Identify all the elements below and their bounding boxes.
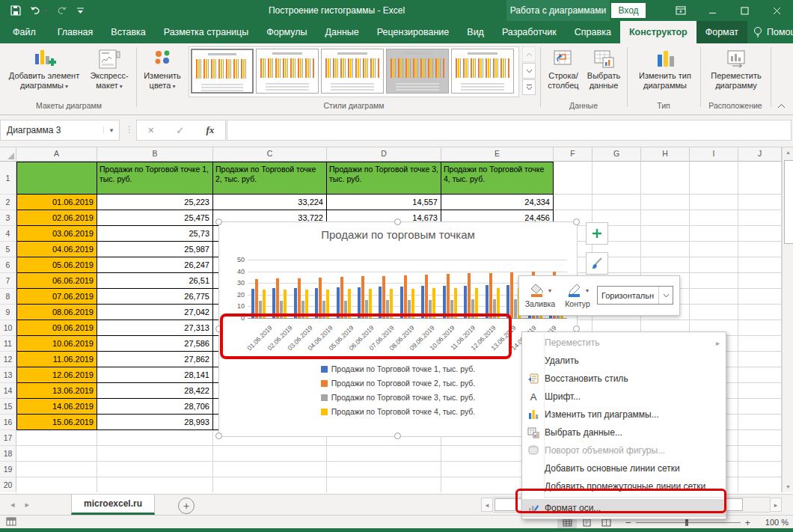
cell-B3[interactable]: 25,475 xyxy=(97,210,213,226)
cell-J19[interactable] xyxy=(738,462,782,477)
column-header-H[interactable]: H xyxy=(641,147,690,162)
bar-series2[interactable] xyxy=(298,278,301,318)
zoom-level[interactable]: 100 % xyxy=(765,516,789,528)
cell-B6[interactable]: 26,247 xyxy=(97,257,213,273)
chart-elements-button[interactable] xyxy=(586,222,608,245)
cell-A3[interactable]: 02.06.2019 xyxy=(16,210,97,226)
cell-I7[interactable] xyxy=(690,273,738,289)
select-all-corner[interactable] xyxy=(0,147,16,162)
cell-I3[interactable] xyxy=(690,210,738,226)
menu-item-delete[interactable]: Удалить xyxy=(522,352,726,370)
cell-I8[interactable] xyxy=(690,289,738,305)
cell-A17[interactable] xyxy=(16,430,97,446)
scroll-down-icon[interactable]: ▾ xyxy=(783,481,793,492)
row-header-9[interactable]: 9 xyxy=(0,305,16,320)
tab-insert[interactable]: Вставка xyxy=(102,21,154,43)
row-header-7[interactable]: 7 xyxy=(0,273,16,289)
cell-H3[interactable] xyxy=(641,210,690,226)
customize-qat-icon[interactable] xyxy=(76,7,85,15)
cell-H5[interactable] xyxy=(641,242,690,257)
cell-B2[interactable]: 25,223 xyxy=(97,195,213,210)
tab-data[interactable]: Данные xyxy=(316,21,368,43)
undo-button[interactable]: ▾ xyxy=(30,6,47,16)
cell-H4[interactable] xyxy=(641,226,690,242)
cell-J20[interactable] xyxy=(738,477,782,492)
add-chart-element-button[interactable]: Добавить элемент диаграммы▾ xyxy=(4,46,84,91)
outline-color-button[interactable]: ▾ Контур xyxy=(560,278,595,313)
cell-H2[interactable] xyxy=(641,195,690,210)
tab-view[interactable]: Вид xyxy=(458,21,493,43)
row-header-11[interactable]: 11 xyxy=(0,336,16,352)
cell-C19[interactable] xyxy=(213,462,327,477)
cell-A8[interactable]: 07.06.2019 xyxy=(16,289,97,305)
cell-A5[interactable]: 04.06.2019 xyxy=(16,242,97,257)
scroll-left-icon[interactable]: ◂ xyxy=(481,498,493,512)
cell-I5[interactable] xyxy=(690,242,738,257)
chart-style-thumbnail[interactable] xyxy=(321,49,384,94)
cell-C20[interactable] xyxy=(213,477,327,492)
bar-series3[interactable] xyxy=(514,299,517,318)
insert-function-icon[interactable]: fx xyxy=(206,124,214,136)
cell-B16[interactable]: 28,993 xyxy=(97,415,213,430)
gallery-more-icon[interactable] xyxy=(522,79,536,95)
cell-A1[interactable] xyxy=(16,162,97,195)
cell-A12[interactable]: 11.06.2019 xyxy=(16,352,97,367)
tab-formulas[interactable]: Формулы xyxy=(257,21,316,43)
column-header-E[interactable]: E xyxy=(441,147,554,162)
selection-handle[interactable] xyxy=(215,218,222,225)
cell-A9[interactable]: 08.06.2019 xyxy=(16,305,97,320)
row-header-20[interactable]: 20 xyxy=(0,477,16,492)
cell-H6[interactable] xyxy=(641,257,690,273)
cell-B17[interactable] xyxy=(97,430,213,446)
cell-J18[interactable] xyxy=(738,446,782,462)
legend-item[interactable]: Продажи по Торговой точке 1, тыс. руб. xyxy=(321,364,475,373)
cell-J8[interactable] xyxy=(738,289,782,305)
cell-B9[interactable]: 27,042 xyxy=(97,305,213,320)
cell-D20[interactable] xyxy=(327,477,441,492)
tab-help[interactable]: Справка xyxy=(566,21,620,43)
cell-J13[interactable] xyxy=(738,367,782,383)
cell-E1[interactable]: Продажи по Торговой точке 4, тыс. руб. xyxy=(441,162,554,195)
row-header-15[interactable]: 15 xyxy=(0,399,16,415)
cell-B5[interactable]: 25,987 xyxy=(97,242,213,257)
cell-A16[interactable]: 15.06.2019 xyxy=(16,415,97,430)
column-header-F[interactable]: F xyxy=(554,147,593,162)
zoom-slider[interactable] xyxy=(636,522,741,523)
bar-series2[interactable] xyxy=(404,275,407,318)
row-header-18[interactable]: 18 xyxy=(0,446,16,462)
bar-series2[interactable] xyxy=(510,272,513,318)
bar-series2[interactable] xyxy=(447,274,450,318)
legend-item[interactable]: Продажи по Торговой точке 4, тыс. руб. xyxy=(321,407,475,416)
sheet-tab-active[interactable]: microexcel.ru xyxy=(71,495,155,515)
tab-file[interactable]: Файл xyxy=(0,21,49,43)
bar-series2[interactable] xyxy=(489,273,492,318)
close-button[interactable] xyxy=(761,0,793,21)
row-header-16[interactable]: 16 xyxy=(0,415,16,430)
cell-J12[interactable] xyxy=(738,352,782,367)
cell-D18[interactable] xyxy=(327,446,441,462)
row-header-6[interactable]: 6 xyxy=(0,257,16,273)
row-header-1[interactable]: 1 xyxy=(0,162,16,195)
chevron-down-icon[interactable] xyxy=(658,287,673,304)
chart-style-thumbnail[interactable] xyxy=(256,49,319,94)
redo-button[interactable] xyxy=(56,6,67,16)
cell-B15[interactable]: 28,706 xyxy=(97,399,213,415)
bar-series2[interactable] xyxy=(340,277,343,318)
menu-item-add-major-gridlines[interactable]: Добавить основные линии сетки xyxy=(522,459,726,477)
tab-developer[interactable]: Разработчик xyxy=(493,21,566,43)
cell-J11[interactable] xyxy=(738,336,782,352)
quick-layout-button[interactable]: Экспресс-макет▾ xyxy=(85,46,133,91)
menu-item-font[interactable]: AШрифт... xyxy=(522,388,726,406)
legend-item[interactable]: Продажи по Торговой точке 2, тыс. руб. xyxy=(321,379,475,388)
menu-item-move[interactable]: Переместить▸ xyxy=(522,334,726,352)
vertical-scrollbar[interactable]: ▴ ▾ xyxy=(782,147,793,492)
chart-style-thumbnail[interactable] xyxy=(191,49,254,94)
tab-assistant[interactable]: Помощн xyxy=(747,26,793,38)
cell-J16[interactable] xyxy=(738,415,782,430)
cell-J9[interactable] xyxy=(738,305,782,320)
name-box[interactable]: Диаграмма 3 ▾ xyxy=(0,120,120,141)
cell-B20[interactable] xyxy=(97,477,213,492)
selection-handle[interactable] xyxy=(215,432,222,439)
cell-B19[interactable] xyxy=(97,462,213,477)
row-header-12[interactable]: 12 xyxy=(0,352,16,367)
